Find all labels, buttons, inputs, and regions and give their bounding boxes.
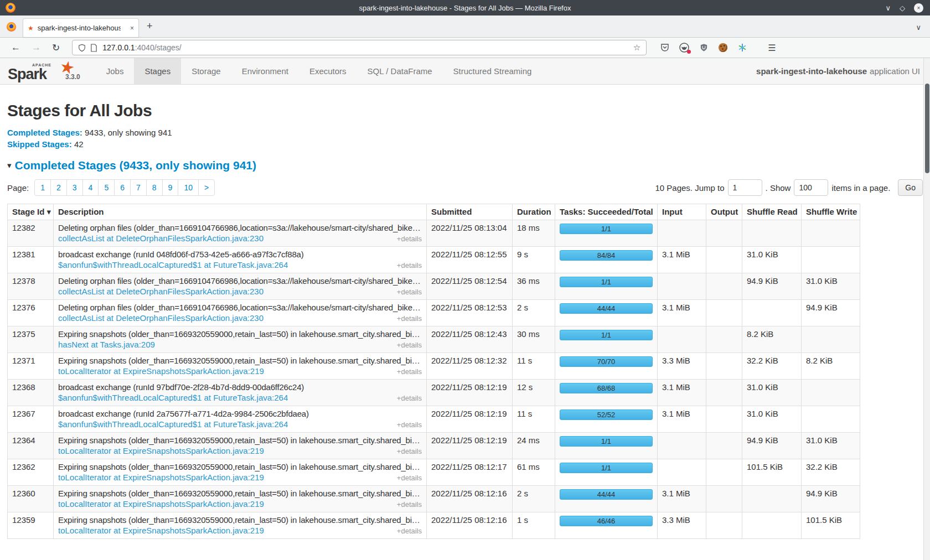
forward-button[interactable]: → [32, 42, 41, 53]
page-label: Page: [7, 183, 29, 193]
shield-permissions-icon[interactable] [78, 44, 86, 52]
column-header-submitted[interactable]: Submitted [427, 204, 513, 220]
output-cell [706, 220, 742, 247]
hamburger-menu-icon[interactable]: ☰ [768, 43, 776, 53]
nav-tab-storage[interactable]: Storage [181, 58, 231, 84]
details-toggle[interactable]: +details [397, 341, 422, 349]
page-button-6[interactable]: 6 [114, 179, 131, 196]
tasks-progress-bar: 70/70 [560, 356, 653, 367]
page-button-7[interactable]: 7 [130, 179, 147, 196]
shuffle-write-cell [802, 220, 860, 247]
stage-link[interactable]: $anonfun$withThreadLocalCaptured$1 at Fu… [58, 393, 288, 402]
cookie-extension-icon[interactable] [718, 43, 728, 53]
spark-logo[interactable]: APACHE Spark ★ 3.3.0 [0, 58, 88, 84]
privacy-mask-extension-icon[interactable] [679, 43, 689, 53]
firefox-view-icon[interactable] [7, 22, 16, 32]
description-text: Expiring snapshots (older_than=166932055… [58, 462, 422, 471]
shuffle-write-cell: 101.5 KiB [802, 512, 860, 539]
page-button-1[interactable]: 1 [34, 179, 51, 196]
tasks-progress-bar: 1/1 [560, 330, 653, 340]
column-header-shuffle-read[interactable]: Shuffle Read [742, 204, 802, 220]
url-bar[interactable]: 127.0.0.1:4040/stages/ ☆ [72, 40, 647, 55]
stage-link[interactable]: collectAsList at DeleteOrphanFilesSparkA… [58, 287, 264, 296]
stage-link[interactable]: toLocalIterator at ExpireSnapshotsSparkA… [58, 473, 264, 482]
page-button-8[interactable]: 8 [146, 179, 163, 196]
input-cell: 3.1 MiB [658, 486, 706, 512]
details-toggle[interactable]: +details [397, 447, 422, 455]
nav-tab-structured-streaming[interactable]: Structured Streaming [443, 58, 542, 84]
nav-tab-executors[interactable]: Executors [299, 58, 357, 84]
stage-link[interactable]: $anonfun$withThreadLocalCaptured$1 at Fu… [58, 260, 288, 269]
stage-link[interactable]: collectAsList at DeleteOrphanFilesSparkA… [58, 234, 264, 243]
page-button-2[interactable]: 2 [50, 179, 67, 196]
details-toggle[interactable]: +details [397, 500, 422, 509]
list-all-tabs-icon[interactable]: ∨ [916, 23, 921, 32]
stage-link[interactable]: toLocalIterator at ExpireSnapshotsSparkA… [58, 526, 264, 535]
details-toggle[interactable]: +details [397, 394, 422, 402]
show-label: . Show [766, 183, 791, 193]
column-header-stage-id[interactable]: Stage Id ▾ [8, 204, 54, 220]
duration-cell: 9 s [513, 247, 555, 273]
details-toggle[interactable]: +details [397, 367, 422, 376]
details-toggle[interactable]: +details [397, 261, 422, 269]
details-toggle[interactable]: +details [397, 421, 422, 429]
new-tab-button[interactable]: + [147, 20, 153, 32]
ublock-extension-icon[interactable] [699, 43, 709, 53]
page-button-3[interactable]: 3 [66, 179, 83, 196]
reload-button[interactable]: ↻ [52, 42, 60, 54]
window-close-button[interactable]: × [914, 3, 923, 13]
vertical-scrollbar[interactable] [923, 58, 930, 560]
page-button-5[interactable]: 5 [98, 179, 115, 196]
pocket-extension-icon[interactable] [660, 43, 670, 53]
browser-tab[interactable]: ★ spark-ingest-into-lakehous × [23, 18, 139, 37]
details-toggle[interactable]: +details [397, 314, 422, 323]
table-row: 12375 Expiring snapshots (older_than=166… [8, 326, 860, 353]
stage-link[interactable]: $anonfun$withThreadLocalCaptured$1 at Fu… [58, 419, 288, 429]
description-text: Expiring snapshots (older_than=166932055… [58, 356, 422, 365]
jump-to-page-input[interactable] [728, 179, 762, 196]
column-header-duration[interactable]: Duration [513, 204, 555, 220]
column-header-input[interactable]: Input [658, 204, 706, 220]
next-page-button[interactable]: > [198, 179, 215, 196]
details-toggle[interactable]: +details [397, 288, 422, 296]
nav-tab-environment[interactable]: Environment [231, 58, 299, 84]
submitted-cell: 2022/11/25 08:12:53 [427, 300, 513, 326]
stage-link[interactable]: collectAsList at DeleteOrphanFilesSparkA… [58, 313, 264, 323]
stage-link[interactable]: toLocalIterator at ExpireSnapshotsSparkA… [58, 446, 264, 455]
submitted-cell: 2022/11/25 08:12:19 [427, 406, 513, 433]
window-minimize-button[interactable]: ∨ [885, 4, 891, 12]
spark-wordmark: Spark [8, 67, 46, 82]
table-row: 12359 Expiring snapshots (older_than=166… [8, 512, 860, 539]
tasks-progress-bar: 44/44 [560, 303, 653, 314]
page-button-4[interactable]: 4 [82, 179, 99, 196]
shuffle-read-cell: 8.2 KiB [742, 326, 802, 353]
page-button-9[interactable]: 9 [162, 179, 179, 196]
stage-link[interactable]: toLocalIterator at ExpireSnapshotsSparkA… [58, 366, 264, 376]
column-header-shuffle-write[interactable]: Shuffle Write [802, 204, 860, 220]
stage-link[interactable]: toLocalIterator at ExpireSnapshotsSparkA… [58, 499, 264, 509]
back-button[interactable]: ← [11, 42, 20, 53]
page-button-10[interactable]: 10 [178, 179, 199, 196]
column-header-output[interactable]: Output [706, 204, 742, 220]
section-title: Completed Stages (9433, only showing 941… [15, 159, 256, 172]
column-header-tasks[interactable]: Tasks: Succeeded/Total [555, 204, 658, 220]
description-cell: Deleting orphan files (older_than=166910… [54, 220, 427, 247]
go-button[interactable]: Go [898, 179, 923, 196]
nav-tab-sql-dataframe[interactable]: SQL / DataFrame [357, 58, 443, 84]
details-toggle[interactable]: +details [397, 235, 422, 243]
details-toggle[interactable]: +details [397, 474, 422, 482]
submitted-cell: 2022/11/25 08:12:55 [427, 247, 513, 273]
items-per-page-input[interactable] [794, 179, 828, 196]
column-header-description[interactable]: Description [54, 204, 427, 220]
nav-tab-jobs[interactable]: Jobs [96, 58, 135, 84]
nav-tab-stages[interactable]: Stages [134, 58, 181, 84]
scrollbar-thumb[interactable] [925, 84, 929, 173]
page-info-icon[interactable] [90, 44, 97, 52]
bookmark-star-icon[interactable]: ☆ [633, 43, 640, 53]
completed-stages-section-toggle[interactable]: ▾Completed Stages (9433, only showing 94… [7, 159, 923, 172]
tab-close-icon[interactable]: × [130, 24, 134, 32]
multi-account-extension-icon[interactable] [737, 43, 747, 53]
window-maximize-button[interactable]: ◇ [900, 4, 905, 12]
details-toggle[interactable]: +details [397, 527, 422, 535]
stage-link[interactable]: hasNext at Tasks.java:209 [58, 340, 155, 349]
